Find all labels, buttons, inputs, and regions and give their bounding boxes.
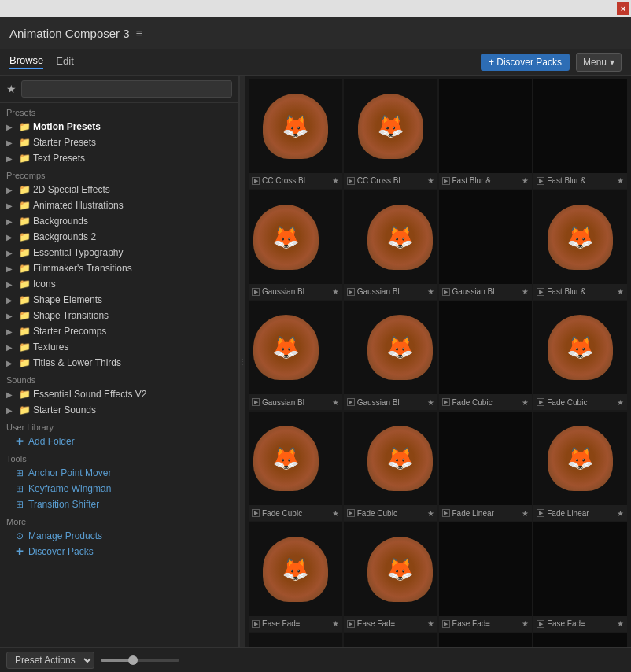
item-star-icon[interactable]: ★ [427,176,434,185]
item-info-bar: ▶Fast Blur &★ [533,173,627,189]
grid-item-17[interactable]: 🦊▶Ease Fad≡★ [343,522,438,633]
preset-actions-select[interactable]: Preset Actions [6,652,94,669]
sidebar-item-text-presets[interactable]: ▶ 📁 Text Presets [0,150,238,166]
grid-item-11[interactable]: 🦊▶Fade Cubic★ [533,301,628,412]
sidebar-item-starter-presets[interactable]: ▶ 📁 Starter Presets [0,135,238,150]
search-input[interactable] [21,80,232,98]
sidebar-item-starter-sounds[interactable]: ▶ 📁 Starter Sounds [0,402,238,418]
sidebar-item-motion-presets[interactable]: ▶ 📁 Motion Presets [0,119,238,135]
item-star-icon[interactable]: ★ [522,287,529,296]
sidebar-item-essential-sounds[interactable]: ▶ 📁 Essential Sound Effects V2 [0,386,238,402]
item-star-icon[interactable]: ★ [427,509,434,518]
item-star-icon[interactable]: ★ [427,398,434,407]
tab-browse[interactable]: Browse [9,54,43,69]
grid-item-22[interactable]: ▶Oversho≡★ [438,633,533,647]
grid-item-2[interactable]: ▶Fast Blur &★ [438,79,533,190]
item-star-icon[interactable]: ★ [522,176,529,185]
arrow-icon: ▶ [6,186,16,194]
item-star-icon[interactable]: ★ [617,287,624,296]
item-info-bar: ▶Fade Cubic★ [533,394,627,410]
sidebar-item-starter-precomps[interactable]: ▶ 📁 Starter Precomps [0,323,238,339]
tab-edit[interactable]: Edit [56,55,73,68]
item-star-icon[interactable]: ★ [617,398,624,407]
item-star-icon[interactable]: ★ [617,176,624,185]
grid-item-4[interactable]: 🦊▶Gaussian Bl★ [248,190,343,301]
sidebar-item-animated-illustrations[interactable]: ▶ 📁 Animated Illustrations [0,198,238,213]
grid-item-19[interactable]: ▶Ease Fad≡★ [533,522,628,633]
sidebar-item-titles-lower-thirds[interactable]: ▶ 📁 Titles & Lower Thirds [0,355,238,371]
item-star-icon[interactable]: ★ [332,176,339,185]
top-bar: × [0,0,631,17]
item-star-icon[interactable]: ★ [427,287,434,296]
sidebar-item-filmmakers-transitions[interactable]: ▶ 📁 Filmmaker's Transitions [0,260,238,276]
menu-arrow-icon: ▾ [610,57,614,68]
grid-item-23[interactable]: ▶Oversho≡★ [533,633,628,647]
add-folder-button[interactable]: ✚ Add Folder [0,434,238,449]
sidebar-item-label: Shape Transitions [33,310,109,321]
item-star-icon[interactable]: ★ [427,619,434,628]
item-name-label: Gaussian Bl [357,398,425,407]
item-star-icon[interactable]: ★ [332,619,339,628]
item-thumbnail [439,412,533,505]
item-star-icon[interactable]: ★ [617,619,624,628]
item-info-bar: ▶Fade Cubic★ [439,394,533,410]
sidebar-item-icons[interactable]: ▶ 📁 Icons [0,276,238,292]
item-type-icon: ▶ [442,177,450,185]
grid-item-5[interactable]: 🦊▶Gaussian Bl★ [343,190,438,301]
sidebar-item-anchor-point-mover[interactable]: ⊞ Anchor Point Mover [0,465,238,481]
grid-item-6[interactable]: ▶Gaussian Bl★ [438,190,533,301]
tool-label: Keyframe Wingman [28,483,111,494]
grid-item-3[interactable]: ▶Fast Blur &★ [533,79,628,190]
size-slider[interactable] [101,659,179,662]
folder-icon: 📁 [19,404,30,415]
sidebar-item-shape-transitions[interactable]: ▶ 📁 Shape Transitions [0,308,238,323]
sidebar-item-2d-special[interactable]: ▶ 📁 2D Special Effects [0,182,238,198]
sidebar-item-textures[interactable]: ▶ 📁 Textures [0,339,238,355]
item-type-icon: ▶ [347,398,355,406]
sidebar-item-shape-elements[interactable]: ▶ 📁 Shape Elements [0,292,238,308]
item-star-icon[interactable]: ★ [332,398,339,407]
grid-item-8[interactable]: 🦊▶Gaussian Bl★ [248,301,343,412]
sidebar-item-manage-products[interactable]: ⊙ Manage Products [0,528,238,544]
item-star-icon[interactable]: ★ [332,509,339,518]
grid-item-1[interactable]: 🦊▶CC Cross Bl★ [343,79,438,190]
sidebar-item-transition-shifter[interactable]: ⊞ Transition Shifter [0,497,238,512]
arrow-icon: ▶ [6,343,16,352]
sidebar-item-discover-packs[interactable]: ✚ Discover Packs [0,544,238,559]
item-type-icon: ▶ [347,288,355,296]
grid-item-10[interactable]: ▶Fade Cubic★ [438,301,533,412]
item-star-icon[interactable]: ★ [617,509,624,518]
sidebar-item-essential-typography[interactable]: ▶ 📁 Essential Typography [0,245,238,260]
grid-item-9[interactable]: 🦊▶Gaussian Bl★ [343,301,438,412]
grid-item-20[interactable]: 🦊▶Oversho≡★ [248,633,343,647]
grid-item-7[interactable]: 🦊▶Fast Blur &★ [533,190,628,301]
sidebar-item-keyframe-wingman[interactable]: ⊞ Keyframe Wingman [0,481,238,497]
item-star-icon[interactable]: ★ [522,619,529,628]
plus-icon: ✚ [16,436,24,447]
discover-packs-button[interactable]: + Discover Packs [481,54,570,71]
item-star-icon[interactable]: ★ [332,287,339,296]
close-button[interactable]: × [617,2,629,15]
folder-icon: 📁 [19,326,30,337]
sidebar-item-label: 2D Special Effects [33,184,110,195]
item-star-icon[interactable]: ★ [522,398,529,407]
favorites-star-icon[interactable]: ★ [6,83,17,95]
grid-item-16[interactable]: 🦊▶Ease Fad≡★ [248,522,343,633]
item-thumbnail: 🦊 [533,301,627,395]
grid-item-15[interactable]: 🦊▶Fade Linear★ [533,411,628,522]
item-star-icon[interactable]: ★ [522,509,529,518]
sidebar-item-backgrounds[interactable]: ▶ 📁 Backgrounds [0,213,238,229]
bottom-bar: Preset Actions [0,647,631,672]
grid-item-12[interactable]: 🦊▶Fade Cubic★ [248,411,343,522]
grid-item-0[interactable]: 🦊▶CC Cross Bl★ [248,79,343,190]
arrow-icon: ▶ [6,233,16,242]
grid-item-18[interactable]: ▶Ease Fad≡★ [438,522,533,633]
sidebar-item-label: Shape Elements [33,294,102,305]
grid-item-13[interactable]: 🦊▶Fade Cubic★ [343,411,438,522]
tool-icon: ⊞ [16,467,24,478]
grid-item-14[interactable]: ▶Fade Linear★ [438,411,533,522]
hamburger-menu-icon[interactable]: ≡ [136,27,142,39]
grid-item-21[interactable]: 🦊▶Oversho≡★ [343,633,438,647]
menu-button[interactable]: Menu ▾ [576,53,622,72]
sidebar-item-backgrounds2[interactable]: ▶ 📁 Backgrounds 2 [0,229,238,245]
